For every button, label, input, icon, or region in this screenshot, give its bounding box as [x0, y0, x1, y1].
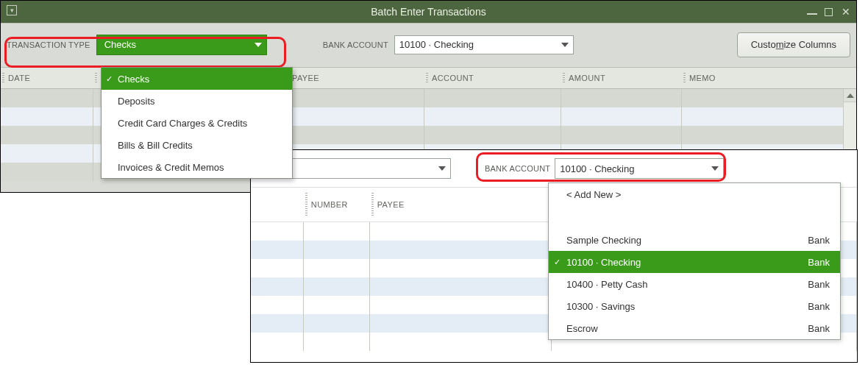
acct-option-savings[interactable]: 10300 · SavingsBank: [549, 295, 840, 317]
bank-account-value-2: 10100 · Checking: [560, 163, 634, 174]
chevron-down-icon: [561, 43, 569, 47]
window2-toolbar: Checks BANK ACCOUNT 10100 · Checking: [251, 150, 857, 187]
window-toolbar: TRANSACTION TYPE Checks BANK ACCOUNT 101…: [1, 23, 856, 67]
col-amount[interactable]: AMOUNT: [561, 68, 682, 88]
chevron-down-icon: [438, 166, 446, 171]
window-menu-icon[interactable]: ▾: [7, 5, 17, 15]
bank-account-dropdown[interactable]: 10100 · Checking: [394, 35, 574, 54]
col-date[interactable]: DATE: [1, 68, 93, 88]
tx-type-dropdown-list[interactable]: ✓Checks Deposits Credit Card Charges & C…: [101, 67, 293, 179]
tx-type-value: Checks: [104, 39, 136, 50]
bank-account-value: 10100 · Checking: [399, 39, 474, 50]
bank-account-label: BANK ACCOUNT: [323, 40, 388, 49]
window-title: Batch Enter Transactions: [1, 6, 856, 18]
tx-type-option-cc[interactable]: Credit Card Charges & Credits: [102, 112, 292, 134]
col-payee[interactable]: PAYEE: [285, 68, 424, 88]
bank-account-dropdown-list[interactable]: < Add New > Sample CheckingBank ✓10100 ·…: [548, 182, 841, 340]
acct-option-sample[interactable]: Sample CheckingBank: [549, 229, 840, 251]
col-account[interactable]: ACCOUNT: [424, 68, 561, 88]
acct-option-add-new[interactable]: < Add New >: [549, 183, 840, 205]
tx-type-option-deposits[interactable]: Deposits: [102, 90, 292, 112]
window-controls: ✕: [807, 1, 852, 23]
col2-blank[interactable]: [251, 188, 304, 221]
acct-option-checking[interactable]: ✓10100 · CheckingBank: [549, 251, 840, 273]
maximize-button[interactable]: [825, 8, 833, 16]
dropdown-spacer: [549, 205, 840, 229]
bank-account-dropdown-2[interactable]: 10100 · Checking: [555, 158, 724, 179]
title-bar: ▾ Batch Enter Transactions ✕: [1, 1, 856, 23]
minimize-button[interactable]: [807, 13, 817, 15]
tx-type-label: TRANSACTION TYPE: [7, 40, 90, 49]
tx-type-option-bills[interactable]: Bills & Bill Credits: [102, 134, 292, 156]
acct-option-petty[interactable]: 10400 · Petty CashBank: [549, 273, 840, 295]
scroll-up-button[interactable]: [844, 89, 856, 102]
tx-type-dropdown[interactable]: Checks: [96, 35, 267, 55]
acct-option-escrow[interactable]: EscrowBank: [549, 317, 840, 339]
chevron-down-icon: [255, 43, 262, 47]
chevron-down-icon: [711, 166, 719, 171]
col-memo[interactable]: MEMO: [682, 68, 844, 88]
customize-columns-button[interactable]: Customize Columns: [737, 32, 850, 57]
col2-number[interactable]: NUMBER: [304, 188, 370, 221]
close-button[interactable]: ✕: [840, 6, 852, 18]
col2-payee[interactable]: PAYEE: [370, 188, 552, 221]
tx-type-option-invoices[interactable]: Invoices & Credit Memos: [102, 156, 292, 178]
tx-type-option-checks[interactable]: ✓Checks: [102, 68, 292, 90]
bank-account-label-2: BANK ACCOUNT: [485, 164, 550, 173]
